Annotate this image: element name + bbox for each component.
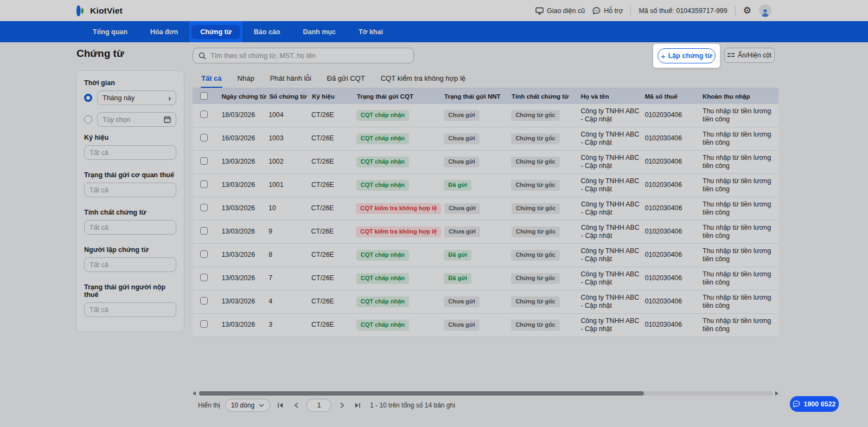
table-row[interactable]: 13/03/2026 9 CT/26E CQT kiểm tra không h…: [193, 221, 778, 244]
row-checkbox[interactable]: [200, 320, 208, 328]
horizontal-scrollbar: [193, 391, 778, 396]
cell-document-number: 1001: [269, 181, 311, 189]
tab-nhap[interactable]: Nháp: [237, 72, 255, 88]
search-box[interactable]: [193, 48, 414, 63]
table-row[interactable]: 13/03/2026 8 CT/26E CQT chấp nhận Đã gửi…: [193, 244, 778, 267]
table-body: 18/03/2026 1004 CT/26E CQT chấp nhận Chư…: [193, 104, 778, 337]
cell-symbol: CT/26E: [311, 181, 356, 189]
create-button-spotlight: + Lập chứng từ: [653, 44, 720, 68]
filter-input-trang-thai-cqt[interactable]: [84, 183, 176, 197]
tab-cqt-khong-hop-le[interactable]: CQT kiểm tra không hợp lệ: [380, 72, 466, 88]
create-document-button[interactable]: + Lập chứng từ: [658, 48, 716, 63]
cell-date: 13/03/2026: [221, 204, 269, 212]
brand[interactable]: KiotViet: [73, 4, 123, 17]
cell-name: Công ty TNHH ABC - Cập nhật: [581, 224, 645, 241]
column-header: Trạng thái gửi CQT: [357, 93, 444, 100]
cell-tax-code: 0102030406: [645, 204, 703, 212]
tab-tat-ca[interactable]: Tất cả: [201, 72, 222, 88]
chevron-down-icon: [259, 404, 264, 407]
previous-page-button[interactable]: [291, 400, 302, 411]
filter-input-tinh-chat[interactable]: [84, 220, 176, 235]
cell-document-number: 7: [269, 274, 311, 282]
table-row[interactable]: 13/03/2026 7 CT/26E CQT chấp nhận Đã gửi…: [193, 267, 778, 290]
scrollbar-track[interactable]: [198, 391, 773, 396]
cqt-status-badge: CQT chấp nhận: [356, 320, 409, 331]
table-row[interactable]: 18/03/2026 1004 CT/26E CQT chấp nhận Chư…: [193, 104, 778, 127]
row-checkbox[interactable]: [200, 157, 208, 165]
cell-date: 13/03/2026: [221, 158, 269, 166]
nature-badge: Chứng từ gốc: [511, 320, 559, 331]
scroll-left-arrow-icon[interactable]: [193, 391, 196, 396]
cell-document-number: 1002: [269, 158, 311, 166]
table-row[interactable]: 13/03/2026 4 CT/26E CQT chấp nhận Chưa g…: [193, 290, 778, 314]
cqt-status-badge: CQT chấp nhận: [356, 296, 409, 307]
table-row[interactable]: 13/03/2026 10 CT/26E CQT kiểm tra không …: [193, 197, 778, 221]
filter-input-nguoi-lap[interactable]: [84, 257, 176, 272]
time-radio-custom[interactable]: [84, 115, 92, 124]
row-checkbox[interactable]: [200, 297, 208, 305]
nav-item-tong-quan[interactable]: Tổng quan: [81, 21, 139, 42]
column-header: Khoản thu nhập: [703, 93, 778, 100]
cell-income-type: Thu nhập từ tiền lương tiền công: [703, 247, 778, 264]
time-select-this-month[interactable]: Tháng này ›: [97, 90, 176, 105]
support-label: Hỗ trợ: [604, 7, 623, 15]
row-checkbox[interactable]: [200, 227, 208, 235]
time-select-custom[interactable]: Tùy chọn: [97, 112, 176, 127]
filter-input-ky-hieu[interactable]: [84, 145, 176, 160]
cell-name: Công ty TNHH ABC - Cập nhật: [580, 247, 644, 264]
avatar[interactable]: [759, 4, 771, 17]
hotline-chat-button[interactable]: 1900 6522: [790, 396, 839, 412]
toggle-columns-button[interactable]: Ẩn/Hiện cột: [724, 48, 775, 63]
cell-document-number: 1004: [269, 111, 311, 119]
search-input[interactable]: [210, 52, 408, 60]
hotline-number: 1900 6522: [803, 400, 835, 408]
tab-da-gui-cqt[interactable]: Đã gửi CQT: [327, 72, 366, 88]
cell-date: 13/03/2026: [221, 181, 269, 189]
divider: [735, 6, 736, 16]
last-page-button[interactable]: [352, 400, 363, 411]
nature-badge: Chứng từ gốc: [512, 203, 560, 214]
tab-phat-hanh-loi[interactable]: Phát hành lỗi: [270, 72, 312, 88]
cell-tax-code: 0102030406: [645, 228, 703, 236]
row-checkbox[interactable]: [200, 134, 208, 141]
column-header: Ký hiệu: [312, 93, 357, 100]
time-option-label: Tùy chọn: [103, 116, 130, 124]
row-checkbox[interactable]: [200, 180, 208, 188]
scrollbar-thumb[interactable]: [199, 391, 644, 396]
row-checkbox[interactable]: [200, 274, 208, 281]
cell-document-number: 4: [269, 297, 311, 306]
first-page-button[interactable]: [275, 400, 286, 411]
page-size-select[interactable]: 10 dòng: [225, 399, 270, 412]
page-number-input[interactable]: [307, 399, 331, 412]
support-link[interactable]: Hỗ trợ: [592, 7, 623, 15]
row-checkbox[interactable]: [200, 250, 208, 258]
row-checkbox[interactable]: [200, 111, 208, 118]
next-page-button[interactable]: [336, 400, 347, 411]
chat-bubble-icon: [793, 400, 800, 407]
nav-item-hoa-don[interactable]: Hóa đơn: [139, 21, 189, 42]
table-row[interactable]: 13/03/2026 1002 CT/26E CQT chấp nhận Chư…: [193, 151, 778, 174]
time-radio-this-month[interactable]: [84, 94, 92, 102]
nnt-status-badge: Chưa gửi: [444, 157, 480, 167]
gear-icon[interactable]: ⚙: [743, 6, 751, 15]
select-all-checkbox[interactable]: [200, 92, 208, 100]
table-row[interactable]: 13/03/2026 3 CT/26E CQT chấp nhận Chưa g…: [193, 314, 778, 337]
toggle-columns-label: Ẩn/Hiện cột: [738, 51, 771, 59]
scroll-right-arrow-icon[interactable]: [775, 391, 778, 396]
nature-badge: Chứng từ gốc: [511, 296, 559, 307]
cell-symbol: CT/26E: [311, 274, 356, 282]
nav-item-bao-cao[interactable]: Báo cáo: [242, 21, 292, 42]
table-row[interactable]: 13/03/2026 1001 CT/26E CQT chấp nhận Đã …: [193, 174, 778, 197]
row-checkbox[interactable]: [200, 204, 208, 211]
nav-item-danh-muc[interactable]: Danh mục: [291, 21, 347, 42]
nnt-status-badge: Chưa gửi: [444, 110, 480, 121]
plus-icon: +: [661, 52, 666, 60]
nav-item-to-khai[interactable]: Tờ khai: [347, 21, 394, 42]
table-row[interactable]: 16/03/2026 1003 CT/26E CQT chấp nhận Chư…: [193, 127, 778, 151]
filter-input-trang-thai-nnt[interactable]: [84, 302, 176, 317]
nature-badge: Chứng từ gốc: [512, 227, 560, 237]
cell-income-type: Thu nhập từ tiền lương tiền công: [703, 294, 778, 310]
nav-item-chung-tu[interactable]: Chứng từ: [192, 25, 240, 39]
nnt-status-badge: Đã gửi: [444, 273, 471, 284]
old-ui-link[interactable]: Giao diện cũ: [535, 7, 585, 15]
